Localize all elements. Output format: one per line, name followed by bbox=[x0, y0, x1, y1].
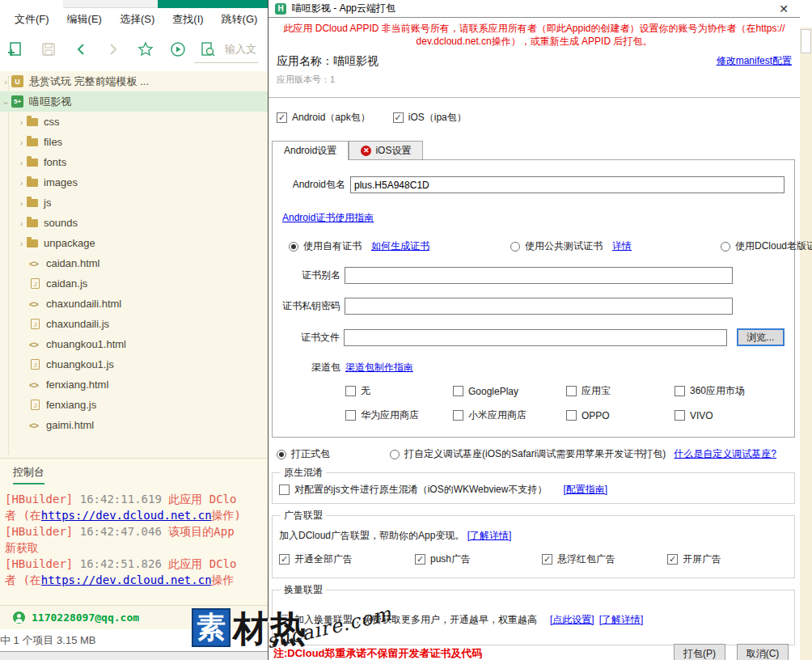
folder-icon bbox=[27, 118, 38, 126]
tree-item[interactable]: ›U悬赏试玩 完整前端模板 ... bbox=[0, 71, 269, 91]
console-menu-icon[interactable]: ☰ bbox=[193, 611, 204, 625]
menu-item-i[interactable]: 查找(I) bbox=[172, 12, 203, 27]
channel-guide-link[interactable]: 渠道包制作指南 bbox=[345, 361, 413, 374]
chevron-right-icon[interactable]: › bbox=[16, 198, 27, 208]
menu-item-e[interactable]: 编辑(E) bbox=[67, 12, 102, 27]
tree-item[interactable]: ⌄5+喵咺影视 bbox=[0, 91, 269, 112]
tree-item[interactable]: <>fenxiang.html bbox=[0, 374, 269, 395]
tree-item[interactable]: <>chuangkou1.html bbox=[0, 334, 269, 354]
channel-checkbox[interactable] bbox=[453, 410, 463, 421]
cert-field-input[interactable] bbox=[345, 298, 733, 315]
menu-item-g[interactable]: 跳转(G) bbox=[222, 12, 258, 27]
tab-android-settings[interactable]: Android设置 bbox=[272, 141, 349, 159]
close-icon[interactable]: ✕ bbox=[774, 2, 793, 15]
star-icon[interactable] bbox=[129, 36, 162, 63]
obfuscation-checkbox[interactable] bbox=[279, 484, 290, 495]
browse-button[interactable]: 浏览... bbox=[737, 328, 785, 346]
tree-item[interactable]: ›files bbox=[0, 132, 269, 152]
package-button[interactable]: 打包(P) bbox=[674, 644, 725, 660]
search-zone[interactable]: 输入文 bbox=[194, 36, 258, 63]
tree-item[interactable]: <>chaxundaili.html bbox=[0, 294, 269, 314]
chevron-right-icon[interactable]: › bbox=[16, 117, 27, 127]
ad-checkbox[interactable] bbox=[415, 554, 425, 565]
android-cert-guide-link[interactable]: Android证书使用指南 bbox=[282, 211, 374, 225]
account-email[interactable]: 1170228097@qq.com bbox=[32, 611, 139, 624]
obfuscation-guide-link[interactable]: [配置指南] bbox=[563, 483, 607, 497]
chevron-right-icon[interactable]: › bbox=[16, 239, 27, 248]
custom-base-help-link[interactable]: 什么是自定义调试基座? bbox=[674, 447, 776, 461]
expand-arrow-icon[interactable]: › bbox=[0, 77, 11, 87]
cert-radio-group: 使用DCloud老版证书 bbox=[721, 239, 812, 253]
log-link[interactable]: https://dev.dcloud.net.cn bbox=[41, 573, 212, 586]
cert-radio-link[interactable]: 如何生成证书 bbox=[371, 239, 429, 253]
chevron-right-icon[interactable]: › bbox=[16, 158, 27, 167]
tree-item[interactable]: <>caidan.html bbox=[0, 253, 269, 273]
save-icon[interactable] bbox=[32, 36, 65, 63]
dialog-titlebar[interactable]: H 喵咺影视 - App云端打包 ✕ bbox=[269, 0, 800, 18]
ad-checkbox[interactable] bbox=[542, 554, 552, 565]
console-tab[interactable]: 控制台 bbox=[13, 465, 44, 484]
tree-item[interactable]: Jchuangkou1.js bbox=[0, 354, 269, 374]
package-name-input[interactable] bbox=[350, 176, 785, 193]
scrollbar-thumb[interactable] bbox=[801, 29, 811, 53]
new-file-icon[interactable] bbox=[0, 36, 32, 63]
channel-checkbox[interactable] bbox=[675, 410, 685, 421]
ad-checkbox[interactable] bbox=[279, 554, 290, 565]
channel-checkbox[interactable] bbox=[453, 386, 463, 396]
forward-icon[interactable] bbox=[97, 36, 129, 63]
tree-item[interactable]: ›images bbox=[0, 172, 269, 192]
exchange-setup-link[interactable]: [点此设置] bbox=[550, 613, 594, 627]
exchange-detail-link[interactable]: [了解详情] bbox=[599, 613, 644, 627]
build-radio-label: 打正式包 bbox=[291, 447, 330, 461]
chevron-right-icon[interactable]: › bbox=[16, 178, 27, 188]
tree-item[interactable]: Jcaidan.js bbox=[0, 273, 269, 294]
tree-item[interactable]: ›css bbox=[0, 112, 269, 132]
cancel-button[interactable]: 取消(C) bbox=[737, 644, 789, 660]
run-icon[interactable] bbox=[162, 36, 194, 63]
platform-checkbox[interactable] bbox=[393, 112, 404, 123]
tree-item[interactable]: ›unpackage bbox=[0, 233, 269, 253]
cert-radio-link[interactable]: 详情 bbox=[612, 239, 632, 253]
tree-item-label: files bbox=[44, 136, 62, 148]
cert-radio[interactable] bbox=[510, 242, 520, 252]
tree-item[interactable]: ›js bbox=[0, 192, 269, 213]
edit-manifest-link[interactable]: 修改manifest配置 bbox=[717, 54, 792, 68]
channel-checkbox[interactable] bbox=[566, 386, 577, 396]
platform-checkbox[interactable] bbox=[277, 112, 287, 123]
channel-checkbox[interactable] bbox=[675, 386, 685, 396]
chevron-right-icon[interactable]: › bbox=[16, 138, 27, 147]
menu-item-f[interactable]: 文件(F) bbox=[15, 12, 49, 27]
find-in-files-icon[interactable] bbox=[196, 36, 220, 63]
cloud-package-dialog: H 喵咺影视 - App云端打包 ✕ 此应用 DCloud APPID 非当前账… bbox=[268, 0, 800, 660]
expand-arrow-icon[interactable]: ⌄ bbox=[0, 96, 11, 107]
build-radio[interactable] bbox=[277, 450, 286, 459]
platform-checkboxes: Android（apk包）iOS（ipa包） bbox=[269, 98, 800, 125]
ad-checkbox[interactable] bbox=[667, 554, 678, 565]
ad-union-detail-link[interactable]: [了解详情] bbox=[467, 530, 512, 541]
cert-radio[interactable] bbox=[289, 242, 298, 252]
build-radio-label: 打自定义调试基座(iOS的Safari调试需要用苹果开发证书打包) bbox=[404, 447, 666, 461]
tree-item[interactable]: Jchaxundaili.js bbox=[0, 314, 269, 334]
tab-ios-settings[interactable]: ✕iOS设置 bbox=[349, 141, 423, 159]
log-link[interactable]: https://dev.dcloud.net.cn bbox=[41, 509, 212, 522]
chevron-right-icon[interactable]: › bbox=[16, 218, 27, 228]
tree-item[interactable]: ›sounds bbox=[0, 213, 269, 233]
channel-checkbox[interactable] bbox=[345, 386, 356, 396]
back-icon[interactable] bbox=[65, 36, 97, 63]
cert-field-input[interactable] bbox=[344, 329, 727, 346]
channel-checkbox[interactable] bbox=[566, 410, 577, 421]
tab-label: Android设置 bbox=[284, 144, 336, 158]
tree-item[interactable]: Jfenxiang.js bbox=[0, 395, 269, 415]
channel-checkbox-label: 华为应用商店 bbox=[361, 408, 419, 422]
channel-checkbox[interactable] bbox=[345, 410, 356, 421]
search-input[interactable]: 输入文 bbox=[225, 42, 256, 57]
tree-item[interactable]: <>gaimi.html bbox=[0, 415, 269, 435]
channel-checkbox-row: GooglePlay bbox=[453, 384, 566, 398]
tree-item[interactable]: ›fonts bbox=[0, 152, 269, 172]
menu-item-s[interactable]: 选择(S) bbox=[120, 12, 154, 27]
cert-field-input[interactable] bbox=[345, 267, 733, 284]
appid-warning: 此应用 DCloud APPID 非当前账号所有，请联系应用所有者（即此Appi… bbox=[269, 18, 800, 49]
cert-radio[interactable] bbox=[721, 242, 730, 252]
build-radio[interactable] bbox=[390, 450, 400, 459]
exchange-union-checkbox[interactable] bbox=[279, 615, 290, 625]
